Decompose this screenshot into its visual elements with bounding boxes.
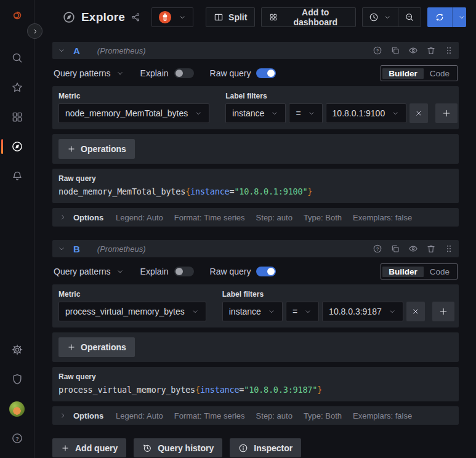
add-to-dashboard-button[interactable]: Add to dashboard bbox=[261, 7, 356, 27]
filter-value-select[interactable]: 10.8.0.1:9100 bbox=[326, 103, 407, 123]
sidebar-item-admin[interactable] bbox=[0, 364, 34, 394]
close-icon bbox=[411, 307, 420, 316]
explain-toggle-wrap: Explain bbox=[140, 267, 194, 276]
explore-title-wrap: Explore bbox=[62, 10, 140, 24]
code-brace: } bbox=[307, 187, 312, 196]
chevron-down-icon bbox=[391, 109, 400, 118]
sidebar-item-explore[interactable] bbox=[0, 132, 34, 161]
options-label[interactable]: Options bbox=[73, 411, 103, 420]
options-step: Step: auto bbox=[256, 213, 292, 222]
explain-toggle[interactable] bbox=[174, 267, 194, 276]
time-range-picker[interactable] bbox=[363, 8, 398, 26]
sidebar-bottom bbox=[0, 335, 34, 458]
query-patterns-dropdown[interactable]: Query patterns bbox=[54, 68, 124, 78]
remove-query-trash-icon[interactable] bbox=[426, 244, 436, 254]
duplicate-query-icon[interactable] bbox=[390, 46, 400, 55]
duplicate-query-icon[interactable] bbox=[390, 244, 400, 254]
sidebar-item-configuration[interactable] bbox=[0, 335, 34, 364]
collapse-chevron-icon[interactable] bbox=[57, 244, 66, 253]
run-query-interval-dropdown[interactable] bbox=[452, 7, 466, 27]
sidebar-item-dashboards[interactable] bbox=[0, 102, 34, 132]
sidebar bbox=[0, 0, 34, 458]
filter-value-select[interactable]: 10.8.0.3:9187 bbox=[322, 302, 403, 321]
add-operation-button[interactable]: Operations bbox=[58, 139, 135, 159]
metric-select[interactable]: process_virtual_memory_bytes bbox=[58, 302, 206, 321]
collapse-chevron-icon[interactable] bbox=[57, 46, 66, 55]
filter-label-select[interactable]: instance bbox=[222, 302, 283, 321]
sidebar-item-search[interactable] bbox=[0, 43, 34, 73]
sidebar-item-help[interactable] bbox=[0, 424, 34, 453]
add-filter-button[interactable] bbox=[435, 103, 458, 123]
info-icon bbox=[238, 443, 248, 453]
time-zoom-out-button[interactable] bbox=[398, 8, 421, 26]
query-b-header[interactable]: B (Prometheus) bbox=[52, 240, 459, 257]
drag-handle-icon[interactable] bbox=[444, 244, 454, 254]
sidebar-item-profile[interactable] bbox=[0, 394, 34, 424]
sidebar-item-starred[interactable] bbox=[0, 73, 34, 102]
filter-label-value: instance bbox=[229, 307, 261, 316]
help-icon[interactable] bbox=[373, 46, 382, 55]
chevron-down-icon bbox=[194, 109, 203, 118]
filter-operator-select[interactable]: = bbox=[289, 103, 322, 123]
label-filters-field: Label filters instance = 10.8.0.1:9100 bbox=[225, 92, 458, 123]
remove-filter-button[interactable] bbox=[406, 302, 425, 321]
operations-block: Operations bbox=[52, 134, 459, 164]
options-label[interactable]: Options bbox=[73, 213, 103, 222]
code-mode-option[interactable]: Code bbox=[424, 267, 456, 277]
remove-query-trash-icon[interactable] bbox=[426, 46, 436, 55]
datasource-picker[interactable] bbox=[151, 7, 193, 27]
code-string: "10.8.0.1:9100" bbox=[234, 187, 307, 196]
query-history-button[interactable]: Query history bbox=[134, 438, 222, 457]
query-builder-block: Metric process_virtual_memory_bytes Labe… bbox=[52, 284, 459, 327]
chevron-down-icon bbox=[458, 13, 466, 22]
hide-response-eye-icon[interactable] bbox=[408, 46, 418, 55]
explore-footer-actions: Add query Query history Inspector bbox=[52, 438, 459, 457]
metric-select[interactable]: node_memory_MemTotal_bytes bbox=[58, 103, 209, 123]
code-metric: process_virtual_memory_bytes bbox=[58, 385, 195, 395]
add-query-label: Add query bbox=[75, 443, 118, 453]
run-query-button[interactable] bbox=[427, 7, 452, 27]
explain-toggle[interactable] bbox=[174, 68, 194, 78]
code-mode-option[interactable]: Code bbox=[424, 68, 456, 79]
share-icon[interactable] bbox=[131, 12, 140, 22]
shield-icon bbox=[11, 373, 23, 385]
drag-handle-icon[interactable] bbox=[444, 46, 454, 55]
label-filters-label: Label filters bbox=[225, 92, 458, 100]
plus-icon bbox=[67, 145, 76, 153]
add-operation-button[interactable]: Operations bbox=[58, 337, 135, 357]
query-a-header[interactable]: A (Prometheus) bbox=[52, 42, 459, 59]
plus-icon bbox=[61, 444, 70, 452]
query-ref-id: B bbox=[73, 244, 80, 254]
add-query-button[interactable]: Add query bbox=[52, 438, 126, 457]
label-filters-label: Label filters bbox=[222, 290, 454, 299]
chevron-down-icon bbox=[116, 267, 124, 276]
options-legend: Legend: Auto bbox=[116, 411, 163, 420]
raw-query-toggle[interactable] bbox=[256, 68, 276, 78]
query-patterns-dropdown[interactable]: Query patterns bbox=[54, 267, 124, 276]
hide-response-eye-icon[interactable] bbox=[408, 244, 418, 254]
filter-label-select[interactable]: instance bbox=[225, 103, 286, 123]
page-title: Explore bbox=[81, 10, 125, 24]
dashboards-icon bbox=[11, 111, 23, 123]
expand-chevron-icon[interactable] bbox=[58, 411, 67, 420]
sidebar-item-alerting[interactable] bbox=[0, 161, 34, 191]
filter-operator-select[interactable]: = bbox=[286, 302, 319, 321]
sync-icon bbox=[435, 12, 445, 22]
builder-mode-option[interactable]: Builder bbox=[382, 68, 424, 79]
chevron-down-icon bbox=[191, 307, 200, 316]
run-query-button-group bbox=[427, 7, 466, 27]
split-button[interactable]: Split bbox=[206, 7, 255, 27]
inspector-button[interactable]: Inspector bbox=[230, 438, 301, 457]
sidebar-expand-button[interactable] bbox=[27, 23, 42, 39]
expand-chevron-icon[interactable] bbox=[58, 213, 67, 222]
raw-query-toggle[interactable] bbox=[256, 267, 276, 276]
raw-query-code: node_memory_MemTotal_bytes{instance="10.… bbox=[58, 187, 453, 196]
chevron-down-icon bbox=[388, 307, 397, 316]
builder-mode-option[interactable]: Builder bbox=[382, 267, 424, 277]
help-icon[interactable] bbox=[373, 244, 382, 254]
remove-filter-button[interactable] bbox=[409, 103, 428, 123]
history-icon bbox=[142, 443, 152, 453]
query-history-label: Query history bbox=[158, 443, 214, 453]
add-filter-button[interactable] bbox=[432, 302, 454, 321]
query-patterns-label: Query patterns bbox=[54, 267, 111, 276]
